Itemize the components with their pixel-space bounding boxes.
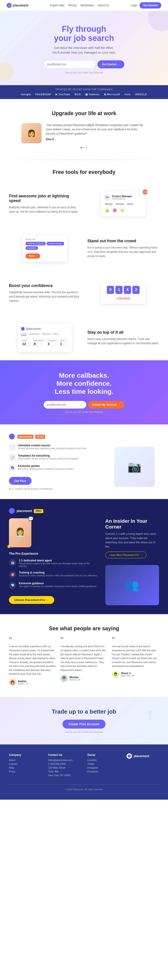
testimonial-1: " I am literally making use all of TOOLS… <box>61 638 107 686</box>
quote-icon-2: " <box>112 638 159 642</box>
test-text-2: I've had my fair share of job search exp… <box>112 644 159 668</box>
cta-unlock-button[interactable]: Unlock My Account → <box>88 401 124 409</box>
tool-find-jobs-desc: Brilliantly relevant jobs, delivered to … <box>9 205 81 214</box>
job-card-logo: PM <box>104 194 110 201</box>
tool-stand-out: Stand out from the crowd Put a spring in… <box>0 226 168 271</box>
tool-stay-content: Stay on top of it all Never miss a promi… <box>87 330 159 345</box>
pro-exp-icon-1: 🎯 <box>9 571 16 578</box>
pro-emoji-1: 💬 <box>28 516 34 522</box>
reach-out-send-button[interactable]: Send → <box>26 253 40 259</box>
tool-stay-on-top: Stay on top of it all Never miss a promi… <box>0 315 168 360</box>
dash-tab-leads[interactable]: Leads <box>21 333 27 336</box>
footer-social-instagram[interactable]: Instagram <box>87 766 120 769</box>
placement-plus-section: placement PLUS 📄 Unlimited content acces… <box>0 425 168 499</box>
cta-line2: More confidence. <box>56 380 112 387</box>
cta-headline: More callbacks. More confidence. Less ti… <box>9 371 159 396</box>
nav-expert-help[interactable]: Expert Help <box>50 4 64 7</box>
job-card-emojis: 👍 🎯 ⭐ <box>104 207 142 213</box>
pro-right: An Insider In Your Corner Connect 1:1 wi… <box>105 518 159 605</box>
plus-brand: placement PLUS <box>17 435 45 438</box>
trusted-label: Trusted by talent from top companies <box>5 88 163 91</box>
plus-feature-desc-0: Unlock all interview questions and recor… <box>18 447 86 450</box>
testimonial-content: "You amazing secrets Placement sdfg34 34… <box>46 123 147 141</box>
nav-pricing[interactable]: Pricing <box>68 4 77 7</box>
footer-contact-street: 123 Main Street <box>48 766 81 769</box>
hero-headline-line2: your job search <box>54 33 114 43</box>
tag-fulltime: Full-time <box>115 202 125 205</box>
footer-bottom: © 2024 Placement. All rights reserved. <box>9 784 159 791</box>
dot-1[interactable] <box>81 147 82 148</box>
get-started-button[interactable]: Get Started <box>139 2 161 8</box>
pro-logo-icon <box>9 508 15 514</box>
test-location-2: New York, NY <box>121 675 135 677</box>
cta-line3: Less time looking. <box>54 388 114 395</box>
emoji-0: 👍 <box>104 207 110 213</box>
test-name-2: Shane J. <box>121 672 135 675</box>
hero-email-input[interactable] <box>44 60 96 68</box>
cta-fine-print: Free to use • No Credit Card Required <box>9 411 159 413</box>
plus-feature-title-0: Unlimited content access <box>18 444 86 447</box>
tool-find-jobs-title: Find awesome jobs at lightning speed <box>9 194 81 203</box>
stat-offers: offers 1 <box>59 338 69 347</box>
nav-about[interactable]: About Us <box>98 4 109 7</box>
hero-subtext: Get twice the interviews with half the e… <box>9 46 159 55</box>
dash-header: @placement <box>21 327 69 331</box>
tool-boost-desc: Delightfully relevant interview drills. … <box>9 290 81 303</box>
footer-social-linkedin[interactable]: LinkedIn <box>87 759 120 761</box>
tool-find-jobs-content: Find awesome jobs at lightning speed Bri… <box>9 194 81 214</box>
cta-email-input[interactable] <box>44 401 86 409</box>
pro-learn-more-button[interactable]: Learn More Placement Pro → <box>105 552 147 558</box>
chip-2: Marketing <box>26 246 38 250</box>
job-card-info: Product Manager TechCorp Inc. <box>112 195 132 200</box>
logo[interactable]: placement <box>7 3 28 8</box>
digit-3: 3 <box>133 286 139 294</box>
test-name-1: Michael <box>69 676 80 679</box>
plus-feature-0: 📄 Unlimited content access Unlock all in… <box>9 444 107 450</box>
plus-price-note: $17 / month • No long-term commitment <box>9 487 107 490</box>
nav-workshops[interactable]: Workshops <box>80 4 94 7</box>
dash-logo-icon <box>21 327 25 331</box>
counter-row: 0 1 4 3 <box>104 286 142 294</box>
footer-social-facebook[interactable]: Facebook <box>87 770 120 773</box>
dash-tab-applications[interactable]: Applications <box>29 333 40 336</box>
footer-link-careers[interactable]: Careers <box>9 762 42 765</box>
free-tools-heading: Free tools for everybody <box>9 169 159 175</box>
logo-google: Google <box>21 93 31 95</box>
footer-contact-email[interactable]: hello@placement.com <box>48 759 81 761</box>
footer-copyright: © 2024 Placement. All rights reserved. <box>9 788 159 791</box>
logo-facebook: FACEBOOK <box>35 93 51 95</box>
hero-form: Get Started → <box>44 60 124 68</box>
pro-exp-item-desc-2: Get again-in-access to valuable resource… <box>19 585 97 587</box>
quote-icon-1: " <box>61 638 107 642</box>
footer-col-contact: Contact Us hello@placement.com 1-800-555… <box>48 753 81 778</box>
stat-interviews: interviews 3 <box>46 338 57 347</box>
reach-out-label: Reach Out <box>26 238 64 240</box>
trade-fine-print: Free to use • No Credit Card Required <box>9 731 159 733</box>
dash-tab-interviews[interactable]: Interviews <box>42 333 51 336</box>
tool-boost-confidence: Boost your confidence Delightfully relev… <box>0 271 168 315</box>
reach-out-chips: Software Engineer Product Design Marketi… <box>26 242 64 250</box>
plus-feature-icon-2: 📚 <box>9 465 16 471</box>
testimonials-grid: " I had an incredible experience with my… <box>9 638 159 686</box>
create-account-button[interactable]: Create Free Account <box>62 720 106 729</box>
testimonials-section: See what people are saying " I had an in… <box>0 614 168 697</box>
plus-badge: PLUS <box>35 435 45 439</box>
unlock-pro-button[interactable]: Unlock Placement Pro → <box>9 596 54 604</box>
test-avatar-2: 👨 <box>112 671 119 678</box>
dot-2[interactable] <box>83 147 85 148</box>
pro-content: 👩‍💼 💬 ⭐ The Pro Experience 🤖 1:1 dedicat… <box>9 518 159 605</box>
pro-exp-title: The Pro Experience <box>9 552 99 555</box>
dot-3[interactable] <box>86 147 88 148</box>
get-plus-button[interactable]: Get Plus <box>9 477 32 485</box>
hero-cta-button[interactable]: Get Started → <box>98 60 124 68</box>
dash-tab-offers[interactable]: Offers <box>53 333 59 336</box>
footer-link-blog[interactable]: Blog <box>9 766 42 769</box>
footer-link-press[interactable]: Press <box>9 770 42 773</box>
tool-stand-out-visual: Reach Out Software Engineer Product Desi… <box>9 233 81 264</box>
footer-link-about[interactable]: About <box>9 759 42 761</box>
pro-exp-item-0: 🤖 1:1 dedicated talent agent Placement's… <box>9 559 99 568</box>
login-button[interactable]: Login <box>131 4 137 7</box>
footer-social-twitter[interactable]: Twitter <box>87 762 120 765</box>
footer-col-contact-list: hello@placement.com 1-800-555-0199 123 M… <box>48 759 81 776</box>
footer-contact-suite: Suite 400 <box>48 770 81 773</box>
